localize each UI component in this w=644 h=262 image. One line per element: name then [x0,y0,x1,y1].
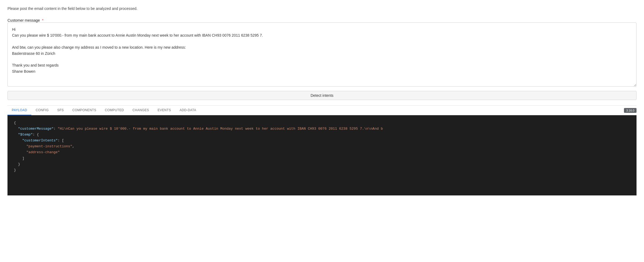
version-badge: 3.16.0 [624,108,637,113]
tab-events[interactable]: EVENTS [153,106,175,115]
tab-config[interactable]: CONFIG [31,106,53,115]
tab-changes[interactable]: CHANGES [128,106,153,115]
tab-sfs[interactable]: SFS [53,106,68,115]
detect-intents-button[interactable]: Detect intents [7,91,637,100]
tab-payload[interactable]: PAYLOAD [7,106,31,115]
instructions-text: Please post the email content in the fie… [7,6,637,11]
tabs-bar: PAYLOAD CONFIG SFS COMPONENTS COMPUTED C… [7,106,637,115]
page-container: Please post the email content in the fie… [0,0,644,262]
field-label-row: Customer message * [7,18,637,22]
tab-computed[interactable]: COMPUTED [100,106,128,115]
code-panel: { "customerMessage": "Hi\nCan you please… [7,115,637,195]
tab-add-data[interactable]: ADD-DATA [175,106,200,115]
tabs-section: PAYLOAD CONFIG SFS COMPONENTS COMPUTED C… [7,105,637,195]
tab-components[interactable]: COMPONENTS [68,106,101,115]
required-star: * [41,18,43,22]
customer-message-textarea[interactable]: Hi Can you please wire $ 10'000.- from m… [7,22,637,87]
customer-message-label: Customer message * [7,18,44,22]
